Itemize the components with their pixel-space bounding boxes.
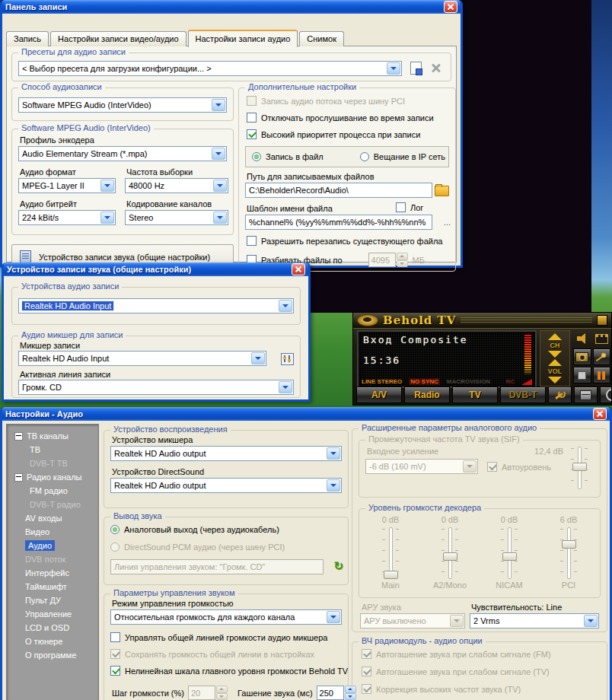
sidebar-item-remote[interactable]: Пульт ДУ [7,593,98,607]
chevron-down-icon[interactable] [100,180,114,192]
collapse-icon[interactable] [14,432,23,441]
dvbt-mode-button[interactable]: DVB-T [500,387,546,403]
record-audio-button[interactable] [593,348,611,365]
stop-button[interactable] [573,367,591,383]
clapperboard-icon [595,334,608,344]
overwrite-checkbox[interactable] [247,236,257,246]
sidebar-item-video[interactable]: Видео [7,525,98,539]
master-line-checkbox[interactable] [110,632,120,642]
chevron-down-icon[interactable] [251,352,265,364]
record-mixer-select[interactable]: Realtek HD Audio Input [18,351,266,366]
split-size-unit: МБ [413,256,425,265]
settings-titlebar[interactable]: Настройки - Аудио [2,407,610,421]
filename-template-input[interactable]: %channel% (%yy%%mm%%dd%-%hh%%nn% [245,215,432,230]
sidebar-item-lcd-osd[interactable]: LCD и OSD [7,621,98,635]
tab-record[interactable]: Запись [6,31,49,46]
audio-device-select[interactable]: Realtek HD Audio Input [18,298,294,313]
chevron-down-icon[interactable] [212,148,225,160]
template-more-button[interactable]: ... [444,218,451,227]
sidebar-item-about-program[interactable]: О программе [7,648,98,662]
nonlinear-scale-checkbox[interactable] [110,666,120,676]
sidebar-item-radio-channels[interactable]: Радио каналы [7,470,98,484]
analog-output-radio[interactable] [110,525,120,534]
chevron-down-icon[interactable] [327,611,340,623]
sidebar-item-timeshift[interactable]: Таймшифт [7,580,98,593]
browse-folder-icon[interactable] [435,186,449,196]
tab-video-audio-settings[interactable]: Настройки записи видео/аудио [50,31,186,46]
close-icon[interactable] [292,263,305,275]
save-preset-icon[interactable] [410,62,422,75]
channel-up-icon[interactable] [548,333,562,340]
settings-sidebar-tree: ТВ каналы ТВ DVB-T ТВ Радио каналы FM ра… [6,424,99,700]
samplerate-select[interactable]: 48000 Hz [125,178,228,193]
record-path-label: Путь для записываемых файлов [247,172,375,181]
volume-mode-select[interactable]: Относительная громкость для каждого кана… [110,609,342,625]
sidebar-item-tv-channels[interactable]: ТВ каналы [7,429,98,443]
sensitivity-select[interactable]: 2 Vrms [470,613,599,628]
behold-main: Вход Composite 15:36 LINE STEREO NO SYNC… [357,330,611,387]
close-icon[interactable] [593,408,607,420]
directsound-device-select[interactable]: Realtek HD Audio output [110,478,342,493]
behold-menu-icon[interactable] [597,315,607,326]
spin-up-icon [216,686,228,693]
scheduler-button[interactable] [600,387,612,403]
radio-mode-button[interactable]: Radio [404,387,450,403]
chevron-down-icon[interactable] [100,212,114,224]
decoder-slider-main: 0 dB Main [364,515,417,594]
record-panel-titlebar[interactable]: Панель записи [2,0,461,14]
sidebar-item-audio[interactable]: Аудио [7,539,98,552]
chevron-down-icon[interactable] [327,447,340,460]
sidebar-item-av-inputs[interactable]: AV входы [7,511,98,525]
chevron-down-icon[interactable] [279,300,292,312]
bitrate-select[interactable]: 224 kBit/s [18,210,116,225]
record-path-input[interactable]: C:\Beholder\Record\Audio\ [245,183,432,198]
active-line-select[interactable]: Громк. CD [18,380,294,395]
mixer-device-select[interactable]: Realtek HD Audio output [110,446,342,461]
refresh-icon[interactable]: ↻ [333,561,343,571]
sidebar-item-fm-radio[interactable]: FM радио [7,484,98,498]
av-mode-button[interactable]: A/V [356,387,402,403]
tv-mode-button[interactable]: TV [452,387,498,403]
tab-audio-settings[interactable]: Настройки записи аудио [188,30,298,47]
preset-select[interactable]: < Выбор пресета для загрузки конфигураци… [18,61,402,76]
close-icon[interactable] [444,1,457,13]
record-to-file-radio[interactable] [252,152,261,161]
chevron-down-icon[interactable] [387,62,400,75]
chevron-down-icon[interactable] [212,99,225,111]
record-method-select[interactable]: Software MPEG Audio (InterVideo) [18,97,227,113]
high-priority-checkbox[interactable] [247,129,257,139]
sidebar-item-about-tuner[interactable]: О тюнере [7,635,98,648]
sound-device-dialog-titlebar[interactable]: Устройство записи звука (общие настройки… [4,262,308,276]
encoder-profile-select[interactable]: Audio Elementary Stream (*.mpa) [18,146,227,161]
delete-preset-icon[interactable] [431,62,441,73]
broadcast-ip-radio[interactable] [360,152,369,161]
chevron-down-icon[interactable] [213,212,227,224]
files-button[interactable] [574,387,598,403]
mute-listen-checkbox[interactable] [247,113,257,123]
channels-select[interactable]: Stereo [125,210,228,225]
volume-down-icon[interactable] [548,377,562,383]
video-mode-button[interactable] [593,330,611,347]
pause-button[interactable] [593,367,611,383]
sidebar-item-interface[interactable]: Интерфейс [7,566,98,580]
sidebar-item-management[interactable]: Управление [7,607,98,621]
open-mixer-icon[interactable] [281,353,294,365]
mute-time-stepper[interactable]: 250 [317,686,356,700]
log-checkbox[interactable] [396,202,406,212]
audio-format-select[interactable]: MPEG-1 Layer II [18,178,116,193]
chevron-down-icon[interactable] [279,381,292,393]
mute-button[interactable] [573,330,591,347]
chevron-down-icon[interactable] [327,479,340,492]
sidebar-item-tv[interactable]: ТВ [7,443,98,457]
chevron-down-icon[interactable] [213,180,227,192]
record-panel-body: Запись Настройки записи видео/аудио Наст… [2,14,461,266]
behold-titlebar[interactable]: Behold TV [353,313,611,329]
volume-up-icon[interactable] [548,359,562,366]
collapse-icon[interactable] [14,473,23,482]
snapshot-button[interactable] [573,348,591,365]
chevron-down-icon[interactable] [584,615,598,627]
camera-icon [575,352,588,362]
settings-button[interactable] [548,387,572,403]
tab-snapshot[interactable]: Снимок [299,31,344,46]
channel-down-icon[interactable] [548,351,562,358]
